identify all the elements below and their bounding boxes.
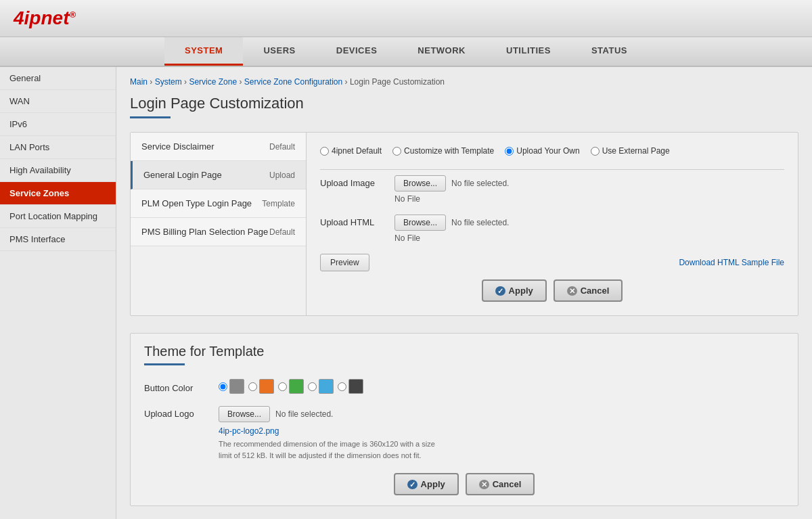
logo-text: 4ipnet xyxy=(14,7,69,28)
cancel-button-top[interactable]: Cancel xyxy=(554,279,623,302)
upload-html-control: Browse... No file selected. No File xyxy=(394,215,784,243)
button-color-row: Button Color xyxy=(144,379,784,394)
cancel-label-bottom: Cancel xyxy=(493,479,522,489)
left-menu: Service Disclaimer Default General Login… xyxy=(131,133,307,315)
plm-login-badge: Template xyxy=(262,199,295,208)
apply-check-icon-bottom xyxy=(407,479,418,489)
color-orange-group[interactable] xyxy=(248,379,274,394)
logo-reg: ® xyxy=(69,9,76,20)
login-page-section: Service Disclaimer Default General Login… xyxy=(130,132,798,316)
cancel-x-icon xyxy=(567,286,577,296)
title-underline xyxy=(130,116,171,118)
nav-utilities[interactable]: UTILITIES xyxy=(486,37,571,66)
theme-section: Theme for Template Button Color xyxy=(130,333,798,506)
theme-inner: Theme for Template Button Color xyxy=(131,334,798,505)
breadcrumb-service-zone[interactable]: Service Zone xyxy=(189,77,237,87)
color-gray-group[interactable] xyxy=(219,379,244,394)
breadcrumb-service-zone-config[interactable]: Service Zone Configuration xyxy=(244,77,342,87)
radio-external-page[interactable]: Use External Page xyxy=(591,146,670,156)
logo: 4ipnet® xyxy=(14,7,76,29)
general-login-badge: Upload xyxy=(269,171,295,180)
breadcrumb: Main › System › Service Zone › Service Z… xyxy=(130,77,798,87)
sidebar-item-high-availability[interactable]: High Availability xyxy=(0,159,116,182)
cancel-x-icon-bottom xyxy=(479,479,489,489)
left-menu-plm-login[interactable]: PLM Open Type Login Page Template xyxy=(131,189,306,218)
color-blue-swatch xyxy=(319,379,334,394)
header: 4ipnet® xyxy=(0,0,812,37)
radio-external-page-label: Use External Page xyxy=(602,146,670,156)
upload-logo-row: Upload Logo Browse... No file selected. … xyxy=(144,406,784,461)
page-title: Login Page Customization xyxy=(130,95,798,112)
radio-upload-own[interactable]: Upload Your Own xyxy=(505,146,579,156)
right-panel: 4ipnet Default Customize with Template U… xyxy=(307,133,798,315)
upload-image-no-file: No File xyxy=(394,194,784,204)
color-green-swatch xyxy=(289,379,304,394)
sidebar-item-service-zones[interactable]: Service Zones xyxy=(0,182,116,205)
sidebar-item-lan-ports[interactable]: LAN Ports xyxy=(0,136,116,159)
nav-network[interactable]: NETWORK xyxy=(397,37,486,66)
left-menu-pms-billing[interactable]: PMS Billing Plan Selection Page Default xyxy=(131,218,306,246)
color-green-group[interactable] xyxy=(278,379,304,394)
logo-link[interactable]: 4ip-pc-logo2.png xyxy=(219,426,784,436)
breadcrumb-system[interactable]: System xyxy=(155,77,182,87)
logo-info: The recommended dimension of the image i… xyxy=(219,438,449,461)
upload-image-control: Browse... No file selected. No File xyxy=(394,175,784,204)
service-disclaimer-badge: Default xyxy=(269,142,295,152)
service-disclaimer-label: Service Disclaimer xyxy=(141,141,215,152)
nav-system[interactable]: SYSTEM xyxy=(164,37,243,66)
sidebar: General WAN IPv6 LAN Ports High Availabi… xyxy=(0,67,116,519)
nav-status[interactable]: STATUS xyxy=(571,37,648,66)
apply-label-top: Apply xyxy=(509,286,533,296)
radio-customize-template[interactable]: Customize with Template xyxy=(392,146,494,156)
apply-button-top[interactable]: Apply xyxy=(482,279,547,302)
color-dark-group[interactable] xyxy=(338,379,363,394)
upload-image-label: Upload Image xyxy=(320,175,394,188)
download-html-sample-link[interactable]: Download HTML Sample File xyxy=(679,258,784,267)
breadcrumb-main[interactable]: Main xyxy=(130,77,148,87)
upload-image-row: Upload Image Browse... No file selected.… xyxy=(320,175,784,204)
upload-html-no-file-selected: No file selected. xyxy=(451,218,509,227)
upload-logo-browse-button[interactable]: Browse... xyxy=(219,406,270,422)
upload-logo-file-row: Browse... No file selected. xyxy=(219,406,784,422)
breadcrumb-current: Login Page Customization xyxy=(350,77,445,87)
sidebar-item-ipv6[interactable]: IPv6 xyxy=(0,113,116,136)
upload-image-no-file-selected: No file selected. xyxy=(451,179,509,188)
sidebar-item-pms-interface[interactable]: PMS Interface xyxy=(0,228,116,251)
upload-image-browse-button[interactable]: Browse... xyxy=(394,175,446,191)
left-menu-general-login[interactable]: General Login Page Upload xyxy=(131,161,306,189)
radio-4ipnet-default-label: 4ipnet Default xyxy=(332,146,382,156)
apply-button-bottom[interactable]: Apply xyxy=(394,473,459,495)
preview-button[interactable]: Preview xyxy=(320,254,369,271)
cancel-button-bottom[interactable]: Cancel xyxy=(466,473,535,495)
layout: General WAN IPv6 LAN Ports High Availabi… xyxy=(0,67,812,519)
upload-logo-label: Upload Logo xyxy=(144,406,219,419)
color-blue-group[interactable] xyxy=(308,379,334,394)
upload-logo-no-file-selected: No file selected. xyxy=(275,409,333,419)
apply-label-bottom: Apply xyxy=(421,479,445,489)
color-options xyxy=(219,379,363,394)
apply-cancel-buttons-bottom: Apply Cancel xyxy=(144,473,784,495)
sidebar-item-general[interactable]: General xyxy=(0,67,116,90)
apply-cancel-buttons-top: Apply Cancel xyxy=(320,279,784,302)
color-gray-swatch xyxy=(229,379,244,394)
upload-html-browse-button[interactable]: Browse... xyxy=(394,215,446,231)
radio-customize-template-label: Customize with Template xyxy=(404,146,494,156)
top-navigation: SYSTEM USERS DEVICES NETWORK UTILITIES S… xyxy=(0,37,812,67)
main-content: Main › System › Service Zone › Service Z… xyxy=(116,67,812,519)
pms-billing-label: PMS Billing Plan Selection Page xyxy=(141,227,268,237)
sidebar-item-port-location-mapping[interactable]: Port Location Mapping xyxy=(0,205,116,228)
sidebar-item-wan[interactable]: WAN xyxy=(0,90,116,113)
theme-title-underline xyxy=(144,363,185,365)
section-inner: Service Disclaimer Default General Login… xyxy=(131,133,798,315)
color-orange-swatch xyxy=(259,379,274,394)
upload-html-row: Upload HTML Browse... No file selected. … xyxy=(320,215,784,243)
nav-users[interactable]: USERS xyxy=(243,37,315,66)
left-menu-service-disclaimer[interactable]: Service Disclaimer Default xyxy=(131,133,306,161)
radio-4ipnet-default[interactable]: 4ipnet Default xyxy=(320,146,382,156)
nav-devices[interactable]: DEVICES xyxy=(316,37,398,66)
upload-html-file-row: Browse... No file selected. xyxy=(394,215,784,231)
radio-upload-own-label: Upload Your Own xyxy=(516,146,579,156)
theme-title: Theme for Template xyxy=(144,344,784,359)
separator-1 xyxy=(320,169,784,170)
upload-html-label: Upload HTML xyxy=(320,215,394,227)
